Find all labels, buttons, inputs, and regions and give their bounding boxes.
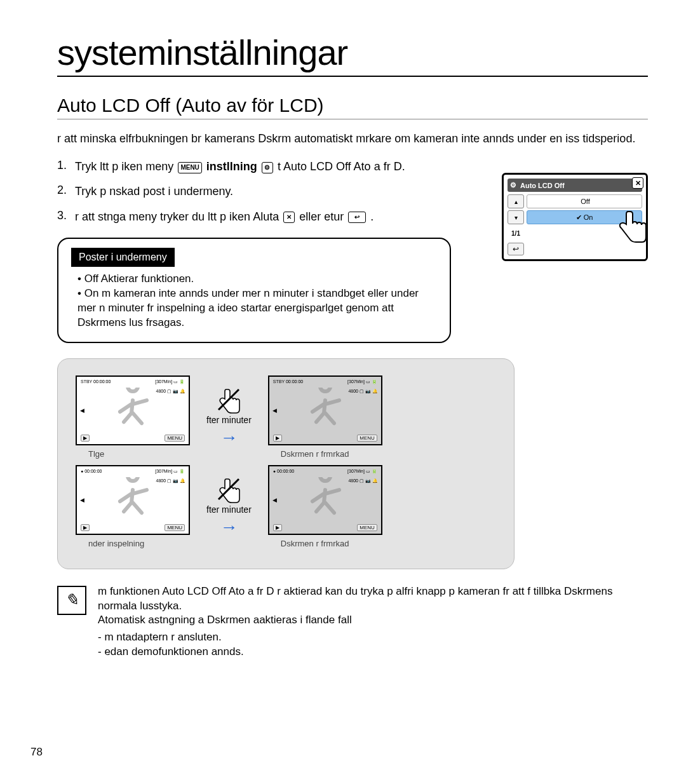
return-button[interactable]: ↩ xyxy=(508,243,524,255)
menu-item-on[interactable]: ✔ On xyxy=(527,210,642,224)
note-icon: ✎ xyxy=(57,586,86,615)
page-number: 78 xyxy=(30,746,43,759)
close-icon: ✕ xyxy=(283,212,295,223)
page-indicator: 1/1 xyxy=(508,226,524,240)
menu-header: ⚙ Auto LCD Off ✕ xyxy=(508,179,642,192)
intro-text: r att minska elfrbukningen br kamerans D… xyxy=(57,131,648,146)
caption: Dskrmen r frmrkad xyxy=(268,449,349,459)
menu-screenshot: ⚙ Auto LCD Off ✕ ▴ ▾ 1/1 Off ✔ On ↩ xyxy=(502,173,648,261)
submenu-box: Poster i undermeny Off Aktierar funktion… xyxy=(57,238,451,343)
step-number: 1. xyxy=(57,159,75,172)
gear-icon: ⚙ xyxy=(510,181,516,189)
caption: Dskrmen r frmrkad xyxy=(268,539,349,548)
gear-icon: ⚙ xyxy=(262,162,273,173)
step-number: 2. xyxy=(57,184,75,197)
delay-label: fter minuter xyxy=(206,415,252,425)
submenu-item: On m kameran inte annds under mer n minu… xyxy=(77,287,437,330)
diagram-box: STBY 00:00:00[307Min] ▭ 🔋 4800 ▢ 📷 🔔 ◀ ▶… xyxy=(57,358,514,569)
note-section: ✎ m funktionen Auto LCD Off Ato a fr D r… xyxy=(57,585,648,660)
caption: Tlge xyxy=(76,449,104,459)
screen-recording: ● 00:00:00[307Min] ▭ 🔋 4800 ▢ 📷 🔔 ◀ ▶ ME… xyxy=(76,465,190,535)
step-number: 3. xyxy=(57,209,75,222)
return-icon: ↩ xyxy=(348,212,366,223)
scroll-up-button[interactable]: ▴ xyxy=(508,194,524,208)
menu-item-off[interactable]: Off xyxy=(527,194,642,208)
play-icon: ▶ xyxy=(81,435,90,442)
screen-dimmed: STBY 00:00:00[307Min] ▭ 🔋 4800 ▢ 📷 🔔 ◀ ▶… xyxy=(268,375,382,445)
submenu-header: Poster i undermeny xyxy=(71,248,175,267)
page-title: systeminställningar xyxy=(57,32,648,77)
screen-dimmed: ● 00:00:00[307Min] ▭ 🔋 4800 ▢ 📷 🔔 ◀ ▶ ME… xyxy=(268,465,382,535)
menu-icon: MENU xyxy=(165,435,185,442)
menu-title: Auto LCD Off xyxy=(520,182,565,189)
screen-standby: STBY 00:00:00[307Min] ▭ 🔋 4800 ▢ 📷 🔔 ◀ ▶… xyxy=(76,375,190,445)
submenu-item: Off Aktierar funktionen. xyxy=(77,272,437,287)
arrow-right-icon: → xyxy=(220,517,238,537)
scroll-down-button[interactable]: ▾ xyxy=(508,210,524,224)
close-icon[interactable]: ✕ xyxy=(632,177,643,189)
note-item: edan demofunktionen annds. xyxy=(107,645,648,659)
note-item: m ntadaptern r ansluten. xyxy=(107,630,648,645)
arrow-right-icon: → xyxy=(220,428,238,448)
delay-label: fter minuter xyxy=(206,504,252,515)
no-touch-icon xyxy=(215,475,243,503)
caption: nder inspelning xyxy=(76,539,144,548)
no-touch-icon xyxy=(215,386,243,414)
menu-icon: MENU xyxy=(178,162,201,173)
section-subtitle: Auto LCD Off (Auto av för LCD) xyxy=(57,95,648,119)
